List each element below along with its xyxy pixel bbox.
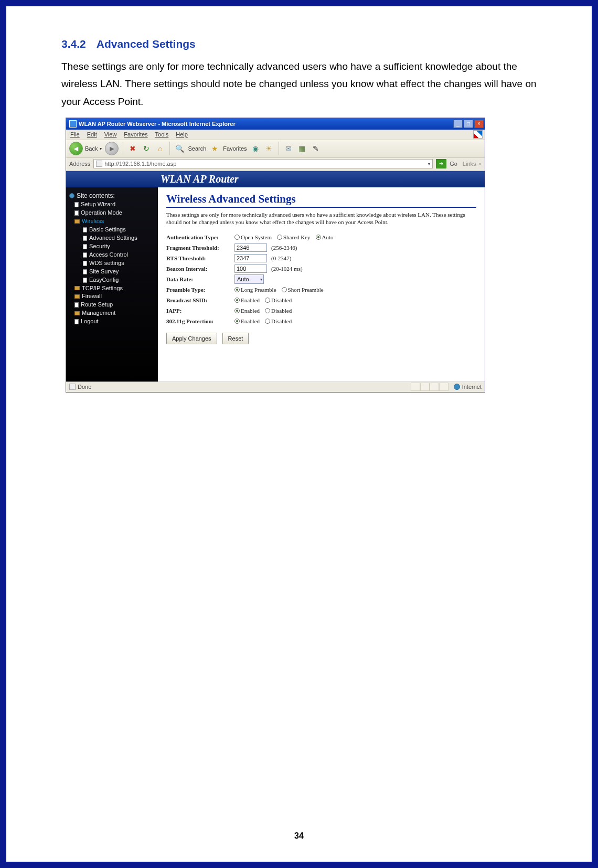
page-icon [74, 202, 79, 207]
select-data-rate[interactable]: Auto ▾ [234, 274, 264, 284]
menu-tools[interactable]: Tools [155, 131, 169, 137]
menu-view[interactable]: View [104, 131, 117, 137]
ie-throbber-icon [473, 130, 483, 139]
media-icon[interactable]: ◉ [250, 143, 261, 154]
page-icon [83, 227, 87, 232]
go-button[interactable]: ➔ [436, 159, 446, 168]
stop-icon[interactable]: ✖ [127, 143, 138, 154]
favorites-label[interactable]: Favorites [223, 145, 247, 152]
status-text: Done [78, 384, 91, 390]
radio-bssid-enabled[interactable] [234, 298, 240, 303]
input-rts-threshold[interactable]: 2347 [234, 254, 267, 262]
radio-bssid-disabled[interactable] [265, 298, 270, 303]
nav-site-survey[interactable]: Site Survey [89, 268, 119, 276]
section-number: 3.4.2 [61, 38, 86, 50]
nav-wds-settings[interactable]: WDS settings [89, 259, 124, 268]
address-label: Address [69, 161, 90, 167]
nav-firewall[interactable]: Firewall [82, 292, 102, 301]
radio-shared-key[interactable] [277, 235, 282, 240]
window-close-button[interactable]: × [474, 120, 484, 128]
menu-file[interactable]: File [70, 131, 80, 137]
radio-prot-enabled[interactable] [234, 319, 240, 324]
ie-statusbar: Done Internet [66, 382, 485, 392]
ie-titlebar: WLAN AP Router Webserver - Microsoft Int… [66, 118, 485, 130]
label-rts-threshold: RTS Threshold: [166, 255, 234, 261]
radio-iapp-disabled[interactable] [265, 308, 270, 313]
nav-route-setup[interactable]: Route Setup [81, 301, 113, 309]
links-label[interactable]: Links [463, 161, 476, 167]
nav-security[interactable]: Security [89, 242, 110, 251]
links-chevron-icon[interactable]: » [479, 162, 482, 166]
page-icon [69, 384, 76, 390]
apply-changes-button[interactable]: Apply Changes [166, 333, 217, 344]
radio-label-bssid-disabled: Disabled [271, 297, 292, 303]
page-icon [83, 269, 87, 274]
globe-icon [69, 193, 74, 198]
nav-easyconfig[interactable]: EasyConfig [89, 276, 119, 284]
radio-label-open: Open System [241, 234, 272, 240]
address-input[interactable]: http://192.168.1.1/home.asp ▾ [93, 159, 433, 168]
section-title: Advanced Settings [97, 38, 196, 50]
nav-advanced-settings[interactable]: Advanced Settings [89, 234, 137, 242]
radio-label-long: Long Preamble [241, 287, 276, 293]
page-icon [83, 278, 87, 283]
menu-help[interactable]: Help [176, 131, 188, 137]
nav-logout[interactable]: Logout [81, 317, 99, 326]
radio-label-bssid-enabled: Enabled [241, 297, 260, 303]
print-icon[interactable]: ▦ [297, 143, 307, 154]
address-dropdown-icon[interactable]: ▾ [428, 162, 430, 166]
input-beacon-interval[interactable]: 100 [234, 264, 267, 273]
router-main-panel: Wireless Advanced Settings These setting… [158, 187, 485, 382]
home-icon[interactable]: ⌂ [155, 143, 165, 154]
menu-favorites[interactable]: Favorites [124, 131, 147, 137]
folder-icon [74, 219, 80, 224]
history-icon[interactable]: ☀ [264, 143, 274, 154]
input-frag-threshold[interactable]: 2346 [234, 244, 267, 252]
label-preamble-type: Preamble Type: [166, 287, 234, 293]
reset-button[interactable]: Reset [222, 333, 249, 344]
nav-access-control[interactable]: Access Control [89, 251, 128, 259]
label-broadcast-ssid: Broadcast SSID: [166, 297, 234, 303]
radio-iapp-enabled[interactable] [234, 308, 240, 313]
back-dropdown-icon[interactable]: ▾ [100, 146, 102, 151]
back-button[interactable]: ◄ [69, 142, 83, 155]
search-label[interactable]: Search [188, 145, 206, 152]
page-icon [74, 319, 79, 324]
forward-button[interactable]: ► [105, 142, 119, 155]
nav-operation-mode[interactable]: Operation Mode [81, 209, 122, 217]
nav-management[interactable]: Management [82, 309, 115, 317]
main-title: Wireless Advanced Settings [166, 193, 476, 208]
radio-label-short: Short Preamble [288, 287, 324, 293]
label-80211g-protection: 802.11g Protection: [166, 318, 234, 324]
page-icon [83, 236, 87, 241]
select-data-rate-value: Auto [237, 276, 249, 282]
window-maximize-button[interactable]: □ [464, 120, 473, 128]
page-icon [83, 252, 87, 258]
window-minimize-button[interactable]: _ [453, 120, 463, 128]
nav-tcpip[interactable]: TCP/IP Settings [82, 284, 123, 293]
radio-open-system[interactable] [234, 235, 240, 240]
router-nav-panel: Site contents: Setup Wizard Operation Mo… [66, 187, 158, 382]
mail-icon[interactable]: ✉ [283, 143, 294, 154]
section-heading: 3.4.2Advanced Settings [61, 38, 537, 50]
chevron-down-icon: ▾ [260, 277, 262, 282]
favorites-icon[interactable]: ★ [209, 143, 220, 154]
nav-wireless[interactable]: Wireless [82, 217, 104, 226]
folder-icon [74, 294, 80, 299]
nav-setup-wizard[interactable]: Setup Wizard [81, 200, 115, 209]
radio-label-iapp-enabled: Enabled [241, 308, 260, 314]
radio-prot-disabled[interactable] [265, 319, 270, 324]
radio-short-preamble[interactable] [282, 287, 287, 292]
radio-long-preamble[interactable] [234, 287, 240, 292]
go-label: Go [450, 161, 457, 167]
refresh-icon[interactable]: ↻ [141, 143, 152, 154]
radio-label-auto: Auto [322, 234, 334, 240]
nav-basic-settings[interactable]: Basic Settings [89, 226, 126, 234]
label-data-rate: Data Rate: [166, 276, 234, 282]
range-frag: (256-2346) [271, 245, 297, 251]
edit-icon[interactable]: ✎ [311, 143, 321, 154]
radio-auto[interactable] [316, 235, 321, 240]
menu-edit[interactable]: Edit [87, 131, 97, 137]
search-icon[interactable]: 🔍 [174, 143, 185, 154]
page-number: 34 [6, 831, 592, 841]
